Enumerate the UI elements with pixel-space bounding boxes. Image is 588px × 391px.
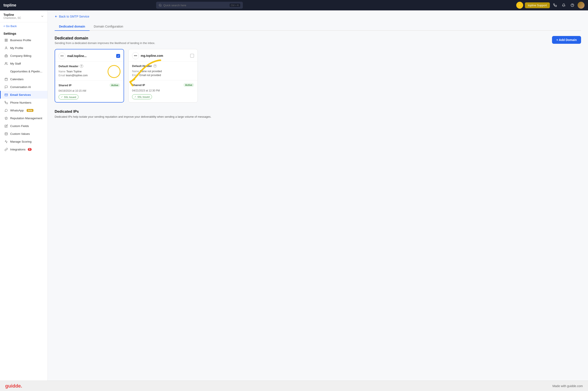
- domain-card-1-left: ••• mail.topline...: [59, 52, 87, 59]
- default-header-title-1: Default Header ?: [59, 64, 120, 68]
- sidebar-item-my-profile[interactable]: My Profile: [0, 44, 47, 52]
- sidebar-item-label: Email Services: [10, 93, 31, 97]
- sidebar-item-calendars[interactable]: Calendars: [0, 75, 47, 83]
- back-link-label: Back to SMTP Service: [59, 15, 89, 18]
- ssl-badge-2: ✓ SSL Issued: [132, 94, 152, 99]
- svg-point-6: [6, 47, 7, 48]
- tab-dedicated-domain[interactable]: Dedicated domain: [55, 22, 90, 31]
- email-label-1: Email: [59, 74, 65, 77]
- support-button[interactable]: topline Support: [525, 2, 550, 8]
- database-icon: [4, 132, 8, 136]
- email-label-2: Email: [132, 74, 138, 77]
- user-icon: [4, 46, 8, 50]
- sidebar-item-custom-fields[interactable]: Custom Fields: [0, 122, 47, 130]
- add-domain-button[interactable]: + Add Domain: [552, 36, 581, 44]
- sidebar-item-custom-values[interactable]: Custom Values: [0, 130, 47, 138]
- shared-ip-label-2: Shared IP: [132, 84, 145, 87]
- chevron-down-icon: [41, 14, 44, 18]
- phone-icon-button[interactable]: [552, 2, 559, 9]
- email-field-2: Email Email not provided: [132, 74, 194, 77]
- lightning-button[interactable]: ⚡: [516, 2, 523, 9]
- sidebar-item-label: Company Billing: [10, 54, 31, 57]
- shared-ip-row-2: Shared IP Active: [132, 83, 194, 87]
- account-location: Charleston, SC: [3, 16, 39, 19]
- sidebar-item-phone-numbers[interactable]: Phone Numbers: [0, 98, 47, 106]
- app-layout: Topline Charleston, SC < Go Back Setting…: [0, 10, 588, 391]
- domain-card-2-checkbox[interactable]: [190, 54, 194, 58]
- sidebar-item-label: Manage Scoring: [10, 140, 31, 143]
- domain-card-2-menu-button[interactable]: •••: [132, 52, 139, 59]
- check-icon: [117, 55, 119, 57]
- footer: guidde. Made with guidde.com: [0, 381, 588, 391]
- grid-icon: [4, 38, 8, 42]
- date-2: 04/21/2023 at 12:30 PM: [132, 89, 194, 92]
- star-icon: [4, 116, 8, 120]
- sidebar-item-email-services[interactable]: Email Services: [0, 91, 47, 98]
- search-input[interactable]: [163, 4, 228, 7]
- sidebar: Topline Charleston, SC < Go Back Setting…: [0, 10, 48, 391]
- name-label-1: Name: [59, 70, 65, 73]
- status-badge-2: Active: [183, 83, 194, 87]
- account-switcher[interactable]: Topline Charleston, SC: [0, 10, 47, 22]
- email-value-2: Email not provided: [139, 74, 161, 77]
- sidebar-section-title: Settings: [0, 30, 47, 36]
- sidebar-item-whatsapp[interactable]: WhatsApp beta: [0, 106, 47, 114]
- billing-icon: [4, 54, 8, 58]
- domain-card-1-checkbox[interactable]: [116, 54, 120, 58]
- page-tabs: Dedicated domain Domain Configuration: [55, 22, 581, 31]
- domain-card-2-name: mg.topline.com: [141, 54, 163, 57]
- footer-logo: guidde.: [5, 383, 22, 389]
- sidebar-item-integrations[interactable]: Integrations 3: [0, 145, 47, 153]
- calendar-icon: [4, 77, 8, 81]
- domain-cards-container: ••• mail.topline... Default Header ? Nam…: [55, 49, 581, 102]
- sidebar-item-business-profile[interactable]: Business Profile: [0, 36, 47, 44]
- sidebar-item-label: Custom Values: [10, 132, 30, 135]
- sidebar-item-label: Reputation Management: [10, 117, 42, 120]
- tab-domain-configuration[interactable]: Domain Configuration: [90, 22, 127, 31]
- svg-rect-7: [5, 55, 7, 57]
- search-bar[interactable]: Ctrl + K: [156, 2, 243, 9]
- domain-card-1-shared-ip: Shared IP Active 04/19/2024 at 10:15 AM …: [55, 80, 123, 102]
- svg-rect-5: [6, 40, 7, 41]
- info-icon-2[interactable]: ?: [153, 64, 157, 68]
- sidebar-item-my-staff[interactable]: My Staff: [0, 60, 47, 67]
- sidebar-item-label: Phone Numbers: [10, 101, 31, 104]
- sidebar-item-conversation-ai[interactable]: Conversation AI: [0, 83, 47, 91]
- svg-rect-9: [5, 78, 7, 80]
- name-field-2: Name Name not provided: [132, 70, 194, 73]
- domain-card-1-menu-button[interactable]: •••: [59, 52, 65, 59]
- domain-card-2: ••• mg.topline.com Default Header ? Name…: [128, 49, 198, 102]
- sidebar-item-reputation[interactable]: Reputation Management: [0, 114, 47, 122]
- section-title: Dedicated domain: [55, 36, 552, 41]
- svg-rect-4: [5, 40, 6, 41]
- account-name: Topline: [3, 13, 39, 16]
- sidebar-item-opportunities[interactable]: Opportunities & Pipelin...: [0, 67, 47, 75]
- email-field-1: Email team@topline.com: [59, 74, 120, 77]
- info-icon-1[interactable]: ?: [80, 64, 83, 68]
- user-avatar[interactable]: [578, 2, 585, 9]
- svg-marker-13: [5, 117, 7, 119]
- help-button[interactable]: [569, 2, 576, 9]
- sidebar-item-label: My Profile: [10, 46, 23, 50]
- svg-point-0: [159, 4, 161, 6]
- back-to-smtp-link[interactable]: Back to SMTP Service: [55, 15, 581, 18]
- domain-card-1: ••• mail.topline... Default Header ? Nam…: [55, 49, 124, 102]
- notification-button[interactable]: [560, 2, 567, 9]
- sidebar-item-manage-scoring[interactable]: Manage Scoring: [0, 138, 47, 145]
- footer-tagline: Made with guidde.com: [552, 384, 583, 388]
- svg-point-8: [5, 62, 6, 63]
- app-logo: topline: [3, 3, 16, 7]
- section-header: Dedicated domain Sending from a dedicate…: [55, 36, 581, 45]
- sidebar-item-company-billing[interactable]: Company Billing: [0, 52, 47, 60]
- go-back-link[interactable]: < Go Back: [0, 22, 47, 30]
- sidebar-item-label: Business Profile: [10, 39, 31, 42]
- dedicated-ips-desc: Dedicated IPs help isolate your sending …: [55, 115, 581, 119]
- none-icon: [4, 69, 8, 73]
- whatsapp-icon: [4, 108, 8, 112]
- domain-card-1-default-header: Default Header ? Name Team Topline Email…: [55, 62, 123, 80]
- sidebar-item-label: Opportunities & Pipelin...: [10, 70, 42, 73]
- domain-card-1-name: mail.topline...: [67, 54, 87, 58]
- nav-right-actions: ⚡ topline Support: [516, 2, 585, 9]
- notification-badge: 3: [28, 148, 32, 151]
- sidebar-item-label: Custom Fields: [10, 124, 29, 128]
